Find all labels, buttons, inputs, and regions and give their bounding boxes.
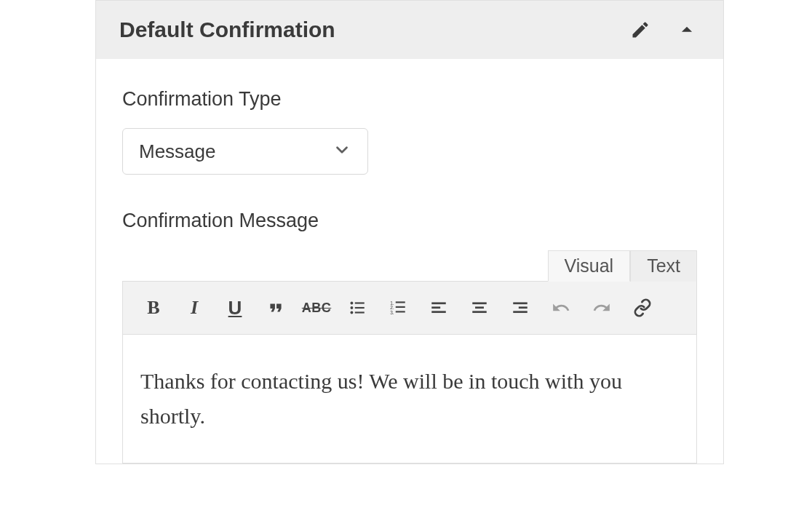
underline-button[interactable]: U bbox=[218, 290, 252, 325]
svg-rect-12 bbox=[431, 302, 446, 304]
confirmation-type-select[interactable]: Message bbox=[122, 128, 368, 175]
edit-icon[interactable] bbox=[627, 17, 653, 43]
svg-point-0 bbox=[350, 302, 353, 305]
redo-button[interactable] bbox=[584, 290, 619, 325]
numbered-list-button[interactable]: 1.2.3. bbox=[381, 290, 415, 325]
tab-text[interactable]: Text bbox=[630, 250, 697, 282]
collapse-icon[interactable] bbox=[674, 17, 700, 43]
editor-section: Visual Text B I U ABC 1.2.3. bbox=[122, 250, 697, 464]
align-center-button[interactable] bbox=[462, 290, 497, 325]
svg-text:3.: 3. bbox=[390, 310, 394, 315]
svg-point-1 bbox=[350, 306, 353, 309]
select-value: Message bbox=[139, 140, 333, 163]
svg-rect-3 bbox=[355, 302, 365, 303]
editor-tabs: Visual Text bbox=[122, 250, 697, 281]
svg-rect-18 bbox=[513, 302, 528, 304]
svg-rect-17 bbox=[472, 311, 487, 313]
italic-button[interactable]: I bbox=[177, 290, 212, 325]
svg-rect-11 bbox=[396, 311, 405, 312]
confirmation-message-label: Confirmation Message bbox=[122, 210, 697, 232]
svg-point-2 bbox=[350, 311, 353, 314]
blockquote-button[interactable] bbox=[258, 290, 293, 325]
panel-header: Default Confirmation bbox=[96, 1, 723, 59]
confirmation-panel: Default Confirmation Confirmation Type M… bbox=[95, 0, 724, 464]
tab-visual[interactable]: Visual bbox=[548, 250, 631, 282]
align-right-button[interactable] bbox=[503, 290, 538, 325]
undo-button[interactable] bbox=[544, 290, 578, 325]
svg-rect-5 bbox=[355, 311, 365, 313]
svg-rect-14 bbox=[431, 311, 446, 313]
panel-title: Default Confirmation bbox=[119, 17, 335, 42]
header-actions bbox=[627, 17, 700, 43]
editor-toolbar: B I U ABC 1.2.3. bbox=[122, 281, 697, 335]
svg-rect-16 bbox=[475, 306, 484, 309]
svg-rect-20 bbox=[513, 311, 528, 313]
svg-rect-10 bbox=[396, 306, 405, 308]
svg-rect-19 bbox=[519, 306, 528, 309]
svg-rect-13 bbox=[431, 306, 440, 309]
svg-rect-9 bbox=[396, 301, 405, 303]
chevron-down-icon bbox=[333, 140, 351, 162]
confirmation-type-label: Confirmation Type bbox=[122, 88, 697, 111]
svg-rect-15 bbox=[472, 302, 487, 304]
align-left-button[interactable] bbox=[421, 290, 456, 325]
link-button[interactable] bbox=[625, 290, 660, 325]
panel-body: Confirmation Type Message Confirmation M… bbox=[96, 59, 723, 464]
editor-content[interactable]: Thanks for contacting us! We will be in … bbox=[122, 335, 697, 464]
svg-rect-4 bbox=[355, 307, 365, 309]
bold-button[interactable]: B bbox=[136, 290, 171, 325]
bullet-list-button[interactable] bbox=[340, 290, 375, 325]
strikethrough-button[interactable]: ABC bbox=[299, 290, 334, 325]
